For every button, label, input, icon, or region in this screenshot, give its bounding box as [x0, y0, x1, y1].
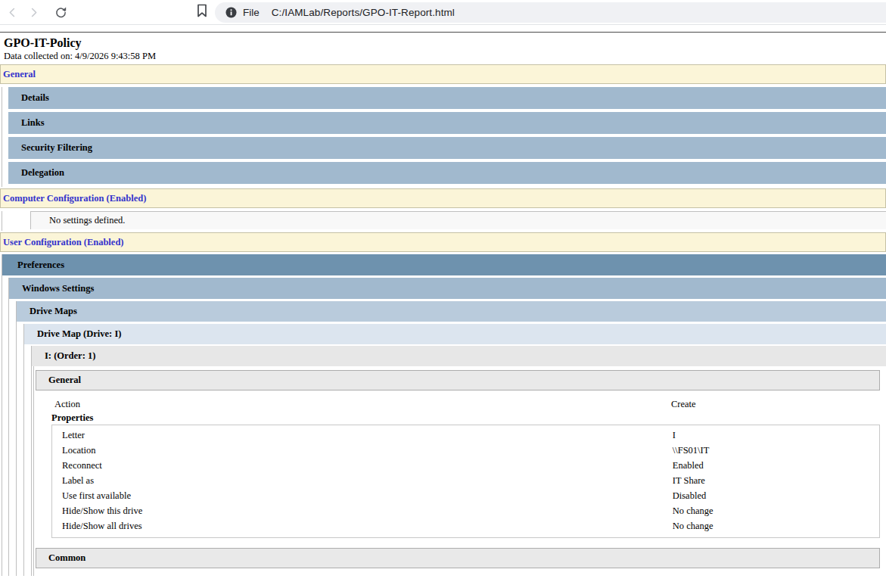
setting-name: Use first available [52, 490, 673, 502]
drive-map-settings-table: Action Create Properties Letter I [36, 390, 880, 548]
refresh-button[interactable] [50, 2, 71, 23]
chevron-left-icon [7, 7, 18, 18]
setting-row: Letter I [52, 428, 879, 443]
setting-row: Action Create [45, 395, 880, 413]
setting-name: Letter [52, 430, 673, 441]
url-text[interactable]: C:/IAMLab/Reports/GPO-IT-Report.html [272, 7, 455, 18]
no-settings-message: No settings defined. [30, 211, 886, 229]
subsection-details[interactable]: Details [8, 87, 886, 109]
drive-map-general-header[interactable]: General [36, 370, 880, 390]
chevron-right-icon [28, 7, 39, 18]
browser-toolbar: File C:/IAMLab/Reports/GPO-IT-Report.htm… [0, 0, 886, 25]
subsection-order[interactable]: I: (Order: 1) [32, 346, 886, 366]
setting-row: Location \\FS01\IT [52, 443, 879, 458]
drive-maps-content: Drive Map (Drive: I) I: (Order: 1) Gener… [23, 324, 886, 576]
setting-value: IT Share [673, 475, 879, 487]
properties-table: Letter I Location \\FS01\IT [51, 425, 880, 538]
section-user-configuration-content: Preferences Windows Settings Drive Maps … [2, 254, 886, 576]
bookmark-button[interactable] [192, 2, 212, 22]
setting-name: Label as [52, 475, 673, 487]
subsection-drive-map-drive-i[interactable]: Drive Map (Drive: I) [24, 324, 886, 344]
section-user-configuration: User Configuration (Enabled) Preferences… [0, 232, 886, 576]
setting-row: Reconnect Enabled [52, 458, 879, 473]
setting-value: I [673, 430, 879, 441]
subsection-drive-maps[interactable]: Drive Maps [17, 301, 886, 322]
forward-button[interactable] [23, 2, 44, 23]
section-header-computer-configuration[interactable]: Computer Configuration (Enabled) [0, 188, 886, 208]
drive-map-common-header[interactable]: Common [36, 548, 880, 568]
subsection-delegation[interactable]: Delegation [8, 162, 886, 184]
section-computer-configuration: Computer Configuration (Enabled) No sett… [0, 188, 886, 231]
back-button[interactable] [2, 2, 23, 23]
bookmark-icon [197, 4, 207, 20]
setting-value: Disabled [673, 490, 879, 502]
gpo-report: GPO-IT-Policy Data collected on: 4/9/202… [0, 32, 886, 576]
report-top-rule [0, 32, 886, 33]
report-collected-on: Data collected on: 4/9/2026 9:43:58 PM [4, 51, 886, 62]
setting-row: Label as IT Share [52, 473, 879, 488]
setting-row: Hide/Show all drives No change [52, 518, 879, 534]
section-computer-configuration-content: No settings defined. [2, 211, 886, 231]
subsection-windows-settings[interactable]: Windows Settings [9, 278, 886, 299]
order-content: General Action Create Properties [33, 366, 880, 576]
setting-value: Create [671, 399, 880, 410]
preferences-content: Windows Settings Drive Maps Drive Map (D… [8, 278, 886, 576]
setting-name: Location [52, 445, 673, 456]
url-scheme-label: File [243, 7, 260, 18]
address-bar[interactable]: File C:/IAMLab/Reports/GPO-IT-Report.htm… [215, 2, 886, 23]
properties-label: Properties [45, 413, 880, 424]
setting-name: Action [45, 399, 671, 410]
subsection-links[interactable]: Links [8, 112, 886, 134]
report-title: GPO-IT-Policy [4, 36, 886, 50]
setting-row: Hide/Show this drive No change [52, 503, 879, 518]
windows-settings-content: Drive Maps Drive Map (Drive: I) I: (Orde… [16, 301, 886, 576]
setting-value: No change [673, 506, 879, 517]
setting-value: No change [673, 521, 879, 532]
setting-name: Hide/Show this drive [52, 506, 673, 517]
drive-map-content: I: (Order: 1) General Action Create Prop… [31, 346, 886, 576]
info-icon[interactable] [225, 7, 237, 18]
section-general-content: Details Links Security Filtering Delegat… [2, 87, 886, 187]
subsection-security-filtering[interactable]: Security Filtering [8, 137, 886, 159]
setting-row: Use first available Disabled [52, 488, 879, 503]
subsection-preferences[interactable]: Preferences [2, 254, 886, 275]
section-general: General Details Links Security Filtering… [0, 64, 886, 187]
setting-value: \\FS01\IT [673, 445, 879, 456]
setting-name: Reconnect [52, 460, 673, 471]
section-header-general[interactable]: General [0, 64, 886, 84]
section-header-user-configuration[interactable]: User Configuration (Enabled) [0, 232, 886, 252]
setting-value: Enabled [673, 460, 879, 471]
setting-name: Hide/Show all drives [52, 521, 673, 532]
refresh-icon [54, 6, 67, 19]
